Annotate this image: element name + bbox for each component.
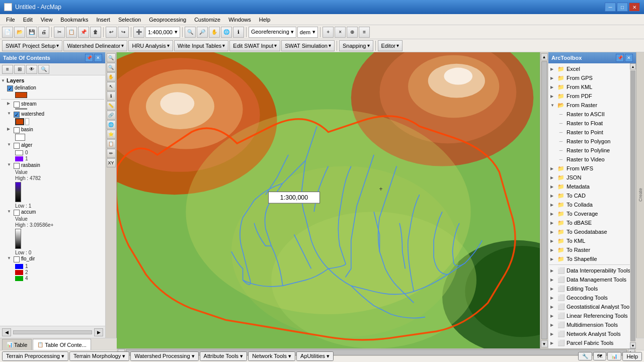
tool-geocoding[interactable]: ▶ ⬜ Geocoding Tools — [549, 293, 635, 302]
toc-source-view[interactable]: ⊞ — [14, 65, 25, 74]
layer-rasbasin[interactable]: ▼ rasbasin — [1, 162, 104, 169]
tool-attributes[interactable]: 📋 — [107, 139, 116, 148]
scroll-up-button[interactable]: ▲ — [541, 53, 548, 60]
tab-table[interactable]: 📊 Table — [2, 339, 32, 350]
save-button[interactable]: 💾 — [26, 27, 37, 38]
tool-raster-to-point[interactable]: ─ Raster to Point — [549, 128, 635, 137]
tool-to-dbase[interactable]: ▶ 📁 To dBASE — [549, 218, 635, 227]
toolbox-scroll-down[interactable]: ▼ — [630, 342, 636, 348]
layer-flodir[interactable]: ▼ flo_dir — [1, 255, 104, 263]
layer-alger[interactable]: ▼ alger — [1, 142, 104, 149]
tool-identify[interactable]: ℹ — [107, 92, 116, 101]
attribute-tools-button[interactable]: Attribute Tools ▾ — [200, 351, 248, 361]
scale-dropdown-arrow[interactable]: ▾ — [175, 29, 178, 35]
scroll-down-button[interactable]: ▼ — [541, 340, 548, 347]
menu-insert[interactable]: Insert — [92, 16, 114, 24]
tool-json[interactable]: ▶ 📁 JSON — [549, 173, 635, 182]
zoom-in-button[interactable]: 🔍 — [185, 27, 196, 38]
scrollbar-thumb-v[interactable] — [541, 61, 547, 339]
watershed-delineator[interactable]: Watershed Delineator ▾ — [63, 40, 127, 51]
layer-basin[interactable]: ▶ basin — [1, 126, 104, 134]
menu-windows[interactable]: Windows — [224, 16, 255, 24]
tool-to-collada[interactable]: ▶ 📁 To Collada — [549, 200, 635, 209]
tool-editing[interactable]: ▶ ⬜ Editing Tools — [549, 284, 635, 293]
layer-dropdown[interactable]: dem ▾ — [297, 27, 318, 38]
add-data-button[interactable]: ➕ — [133, 27, 144, 38]
terrain-morphology-button[interactable]: Terrain Morphology ▾ — [69, 351, 129, 361]
help-button[interactable]: Help — [622, 352, 642, 361]
toolbox-scrollbar-thumb[interactable] — [630, 70, 635, 341]
window-controls[interactable]: ─ □ ✕ — [605, 3, 640, 12]
georef-tool3[interactable]: ⊕ — [347, 27, 358, 38]
ap-utilities-button[interactable]: ApUtilities ▾ — [296, 351, 334, 361]
alger-checkbox[interactable] — [14, 143, 20, 149]
cut-button[interactable]: ✂ — [54, 27, 65, 38]
delete-button[interactable]: 🗑 — [90, 27, 101, 38]
toolbox-pin-button[interactable]: 📌 — [616, 54, 624, 62]
tool-raster-to-float[interactable]: ─ Raster to Float — [549, 119, 635, 128]
tool-linear-ref[interactable]: ▶ ⬜ Linear Referencing Tools — [549, 311, 635, 320]
flodir-checkbox[interactable] — [14, 256, 20, 262]
toolbox-controls[interactable]: 📌 ✕ — [616, 54, 633, 62]
tool-from-raster[interactable]: ▼ 📂 From Raster — [549, 101, 635, 110]
open-button[interactable]: 📂 — [14, 27, 25, 38]
toc-controls[interactable]: 📌 ✕ — [85, 54, 102, 62]
pan-button[interactable]: ✋ — [209, 27, 220, 38]
georef-tool1[interactable]: + — [323, 27, 334, 38]
scale-dropdown[interactable]: 1:400,000 ▾ — [145, 27, 180, 38]
georef-tool2[interactable]: × — [335, 27, 346, 38]
tool-data-interoperability[interactable]: ▶ ⬜ Data Interoperability Tools — [549, 266, 635, 275]
tool-xyz[interactable]: XY — [107, 158, 116, 167]
menu-view[interactable]: View — [37, 16, 57, 24]
tool-zoom-out[interactable]: 🔍 — [107, 63, 116, 72]
georef-dropdown[interactable]: Georeferencing ▾ — [249, 27, 296, 38]
full-extent-button[interactable]: 🌐 — [221, 27, 232, 38]
tool-data-management[interactable]: ▶ ⬜ Data Management Tools — [549, 275, 635, 284]
menu-help[interactable]: Help — [255, 16, 275, 24]
stream-checkbox[interactable] — [14, 102, 20, 108]
tool-excel[interactable]: ▶ 📁 Excel — [549, 64, 635, 73]
undo-button[interactable]: ↩ — [106, 27, 117, 38]
tool-hyperlink[interactable]: 🔗 — [107, 111, 116, 120]
toc-search-view[interactable]: 🔍 — [38, 65, 49, 74]
tool-parcel-fabric[interactable]: ▶ ⬜ Parcel Fabric Tools — [549, 338, 635, 347]
write-input-tables[interactable]: Write Input Tables ▾ — [174, 40, 229, 51]
copy-button[interactable]: 📋 — [66, 27, 77, 38]
tool-to-coverage[interactable]: ▶ 📁 To Coverage — [549, 209, 635, 218]
layer-accum[interactable]: ▼ accum — [1, 209, 104, 216]
tool-to-geodatabase[interactable]: ▶ 📁 To Geodatabase — [549, 227, 635, 236]
tool-to-raster[interactable]: ▶ 📁 To Raster — [549, 245, 635, 254]
hru-analysis[interactable]: HRU Analysis ▾ — [128, 40, 173, 51]
menu-selection[interactable]: Selection — [114, 16, 145, 24]
editor-button[interactable]: Editor ▾ — [378, 40, 403, 51]
tool-from-gps[interactable]: ▶ 📁 From GPS — [549, 73, 635, 82]
snapping-button[interactable]: Snapping ▾ — [339, 40, 373, 51]
print-button[interactable]: 🖨 — [38, 27, 49, 38]
layer-delination[interactable]: ✓ delination — [1, 84, 104, 92]
tool-raster-to-ascii[interactable]: ─ Raster to ASCII — [549, 110, 635, 119]
accum-checkbox[interactable] — [14, 210, 20, 216]
tool-raster-to-polyline[interactable]: ─ Raster to Polyline — [549, 146, 635, 155]
zoom-out-button[interactable]: 🔎 — [197, 27, 208, 38]
toc-visibility-view[interactable]: 👁 — [26, 65, 37, 74]
tool-to-kml[interactable]: ▶ 📁 To KML — [549, 236, 635, 245]
tool-bookmark[interactable]: ⭐ — [107, 130, 116, 139]
tool-multidimension[interactable]: ▶ ⬜ Multidimension Tools — [549, 320, 635, 329]
swat-project-setup[interactable]: SWAT Project Setup ▾ — [2, 40, 62, 51]
network-tools-button[interactable]: Network Tools ▾ — [248, 351, 295, 361]
redo-button[interactable]: ↪ — [118, 27, 129, 38]
menu-bookmarks[interactable]: Bookmarks — [56, 16, 92, 24]
menu-file[interactable]: File — [2, 16, 19, 24]
delination-checkbox[interactable]: ✓ — [7, 85, 13, 92]
maximize-button[interactable]: □ — [617, 3, 628, 12]
georef-tool4[interactable]: ≡ — [359, 27, 370, 38]
toolbox-scrollbar-v[interactable]: ▲ ▼ — [630, 63, 636, 348]
minimize-button[interactable]: ─ — [605, 3, 616, 12]
terrain-preprocessing-button[interactable]: Terrain Preprocessing ▾ — [2, 351, 68, 361]
tool-to-shapefile[interactable]: ▶ 📁 To Shapefile — [549, 254, 635, 263]
tool-network-analyst[interactable]: ▶ ⬜ Network Analyst Tools — [549, 329, 635, 338]
tool-select[interactable]: ↖ — [107, 82, 116, 91]
tool-sketch[interactable]: ✏ — [107, 149, 116, 158]
vertical-scrollbar[interactable]: ▲ ▼ — [540, 52, 548, 348]
layer-watershed[interactable]: ▼ ✓ watershed — [1, 111, 104, 118]
